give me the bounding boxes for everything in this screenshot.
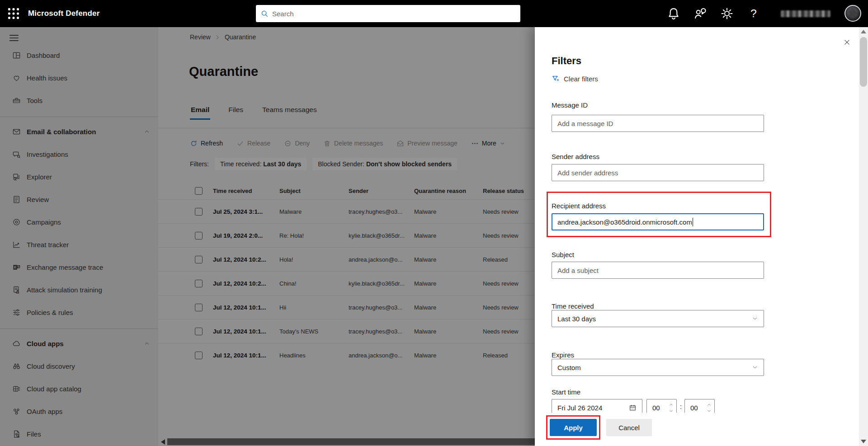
feedback-icon[interactable]: [693, 6, 708, 21]
sender-address-input[interactable]: [552, 164, 764, 181]
expires-value: Custom: [557, 364, 581, 371]
time-received-select[interactable]: Last 30 days: [552, 310, 764, 327]
top-bar: Microsoft Defender ?: [0, 0, 868, 27]
calendar-icon: [629, 404, 637, 412]
scroll-up-arrow-icon[interactable]: [861, 30, 866, 33]
subject-input[interactable]: [552, 262, 764, 279]
user-name-redacted: [781, 10, 830, 17]
notifications-icon[interactable]: [666, 6, 681, 21]
recipient-address-value: andrea.jackson@o365droid.onmicrosoft.com: [557, 218, 692, 226]
minute-value: 00: [690, 404, 698, 412]
app-title: Microsoft Defender: [28, 0, 100, 27]
clear-filters-label: Clear filters: [564, 75, 598, 83]
filters-panel-title: Filters: [552, 55, 581, 67]
user-avatar[interactable]: [844, 5, 861, 22]
expires-select[interactable]: Custom: [552, 359, 764, 376]
time-received-label: Time received: [552, 302, 594, 311]
modal-dim-overlay: [0, 27, 535, 446]
spinner-up-icon[interactable]: [707, 402, 712, 407]
recipient-address-label: Recipient address: [552, 202, 606, 211]
panel-footer: Apply Cancel: [535, 413, 859, 446]
recipient-address-input[interactable]: andrea.jackson@o365droid.onmicrosoft.com: [552, 213, 764, 230]
vertical-scrollbar-thumb[interactable]: [860, 37, 867, 87]
filters-panel: Filters Clear filters Message ID Sender …: [535, 27, 859, 446]
start-time-label: Start time: [552, 388, 580, 397]
chevron-down-icon: [752, 315, 758, 322]
time-received-value: Last 30 days: [557, 315, 596, 323]
app-launcher-waffle-icon[interactable]: [6, 6, 21, 21]
clear-filter-funnel-icon: [552, 75, 560, 83]
clear-filters-button[interactable]: Clear filters: [552, 75, 598, 83]
global-search[interactable]: [256, 5, 520, 22]
cancel-button[interactable]: Cancel: [606, 419, 652, 436]
close-icon: [843, 38, 851, 46]
search-icon: [260, 9, 269, 18]
scroll-down-arrow-icon[interactable]: [861, 440, 866, 443]
hour-value: 00: [652, 404, 660, 412]
time-separator: :: [680, 403, 682, 410]
svg-text:?: ?: [750, 7, 757, 19]
help-icon[interactable]: ?: [746, 6, 761, 21]
subject-label: Subject: [552, 250, 574, 259]
panel-close-button[interactable]: [841, 37, 852, 47]
message-id-input[interactable]: [552, 115, 764, 132]
topbar-actions: ?: [666, 6, 761, 21]
chevron-down-icon: [752, 364, 758, 371]
spinner-up-icon[interactable]: [669, 402, 674, 407]
message-id-label: Message ID: [552, 101, 588, 110]
start-date-value: Fri Jul 26 2024: [557, 404, 602, 412]
sender-address-label: Sender address: [552, 152, 599, 161]
settings-gear-icon[interactable]: [720, 6, 734, 21]
apply-button[interactable]: Apply: [550, 419, 597, 436]
text-caret: [693, 218, 693, 226]
search-input[interactable]: [272, 10, 516, 18]
vertical-scrollbar[interactable]: [859, 27, 868, 446]
expires-label: Expires: [552, 351, 574, 360]
